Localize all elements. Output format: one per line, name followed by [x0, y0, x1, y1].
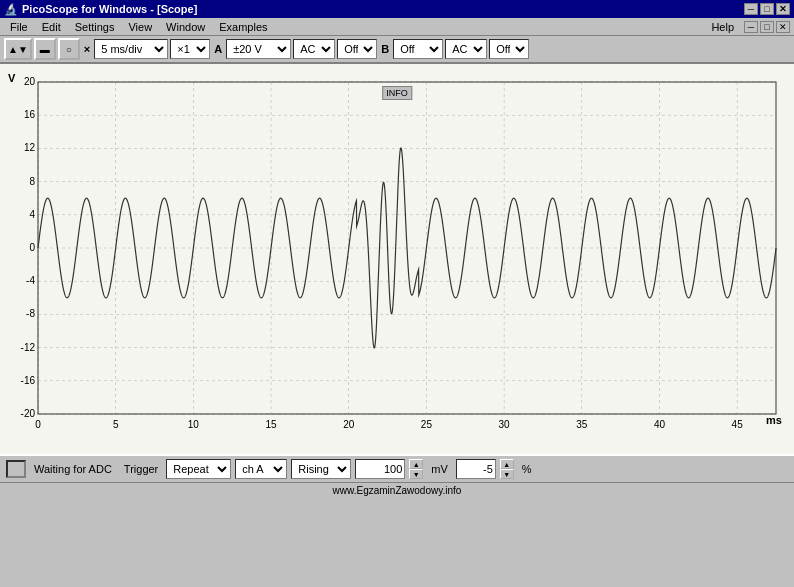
- status-indicator-led: [6, 460, 26, 478]
- toolbar-x-label: ×: [82, 43, 92, 55]
- menu-window[interactable]: Window: [160, 20, 211, 34]
- trigger-channel-select[interactable]: ch A ch B: [235, 459, 287, 479]
- toolbar: ▲▼ ▬ ○ × 5 ms/div 1 ms/div 10 ms/div ×1 …: [0, 36, 794, 64]
- menu-help-area: Help ─ □ ✕: [705, 20, 790, 34]
- trigger-level-up[interactable]: ▲: [409, 459, 423, 469]
- menu-bar: File Edit Settings View Window Examples …: [0, 18, 794, 36]
- off-b-select[interactable]: Off On: [489, 39, 529, 59]
- menu-view[interactable]: View: [122, 20, 158, 34]
- close-button[interactable]: ✕: [776, 3, 790, 15]
- percent-unit: %: [518, 463, 536, 475]
- trigger-percent-down[interactable]: ▼: [500, 469, 514, 479]
- title-bar: 🔬 PicoScope for Windows - [Scope] ─ □ ✕: [0, 0, 794, 18]
- channel-b-label: B: [379, 43, 391, 55]
- trigger-percent-up[interactable]: ▲: [500, 459, 514, 469]
- coupling-a-select[interactable]: AC DC: [293, 39, 335, 59]
- scope-y-label: V: [8, 72, 15, 84]
- minimize-button[interactable]: ─: [744, 3, 758, 15]
- time-div-select[interactable]: 5 ms/div 1 ms/div 10 ms/div: [94, 39, 168, 59]
- scope-canvas[interactable]: [0, 64, 794, 454]
- off-a-select[interactable]: Off On: [337, 39, 377, 59]
- status-bar: Waiting for ADC Trigger Repeat Single ET…: [0, 454, 794, 482]
- app-title: PicoScope for Windows - [Scope]: [22, 3, 197, 15]
- trigger-level-input[interactable]: [355, 459, 405, 479]
- voltage-a-select[interactable]: ±20 V ±10 V ±5 V: [226, 39, 291, 59]
- help-close[interactable]: ✕: [776, 21, 790, 33]
- footer: www.EgzaminZawodowy.info: [0, 482, 794, 498]
- menu-items: File Edit Settings View Window Examples: [4, 20, 274, 34]
- trigger-percent-spinner[interactable]: ▲ ▼: [500, 459, 514, 479]
- help-minimize[interactable]: ─: [744, 21, 758, 33]
- toolbar-arrow-btn[interactable]: ▲▼: [4, 38, 32, 60]
- level-unit: mV: [427, 463, 452, 475]
- waiting-text: Waiting for ADC: [30, 463, 116, 475]
- menu-help[interactable]: Help: [705, 20, 740, 34]
- toolbar-square-btn[interactable]: ▬: [34, 38, 56, 60]
- menu-file[interactable]: File: [4, 20, 34, 34]
- trigger-percent-input[interactable]: [456, 459, 496, 479]
- maximize-button[interactable]: □: [760, 3, 774, 15]
- trigger-edge-select[interactable]: Rising Falling: [291, 459, 351, 479]
- channel-a-label: A: [212, 43, 224, 55]
- toolbar-circle-btn[interactable]: ○: [58, 38, 80, 60]
- menu-edit[interactable]: Edit: [36, 20, 67, 34]
- trigger-repeat-select[interactable]: Repeat Single ETS: [166, 459, 231, 479]
- coupling-b-select[interactable]: AC DC: [445, 39, 487, 59]
- voltage-b-select[interactable]: Off ±20 V: [393, 39, 443, 59]
- trigger-level-down[interactable]: ▼: [409, 469, 423, 479]
- trigger-label: Trigger: [120, 463, 162, 475]
- footer-url: www.EgzaminZawodowy.info: [333, 485, 462, 496]
- menu-examples[interactable]: Examples: [213, 20, 273, 34]
- trigger-level-spinner[interactable]: ▲ ▼: [409, 459, 423, 479]
- zoom-select[interactable]: ×1 ×2 ×5: [170, 39, 210, 59]
- app-icon: 🔬: [4, 3, 18, 16]
- menu-settings[interactable]: Settings: [69, 20, 121, 34]
- help-maximize[interactable]: □: [760, 21, 774, 33]
- scope-x-label: ms: [766, 414, 782, 426]
- scope-info-box: INFO: [382, 86, 412, 100]
- scope-display: V ms INFO: [0, 64, 794, 454]
